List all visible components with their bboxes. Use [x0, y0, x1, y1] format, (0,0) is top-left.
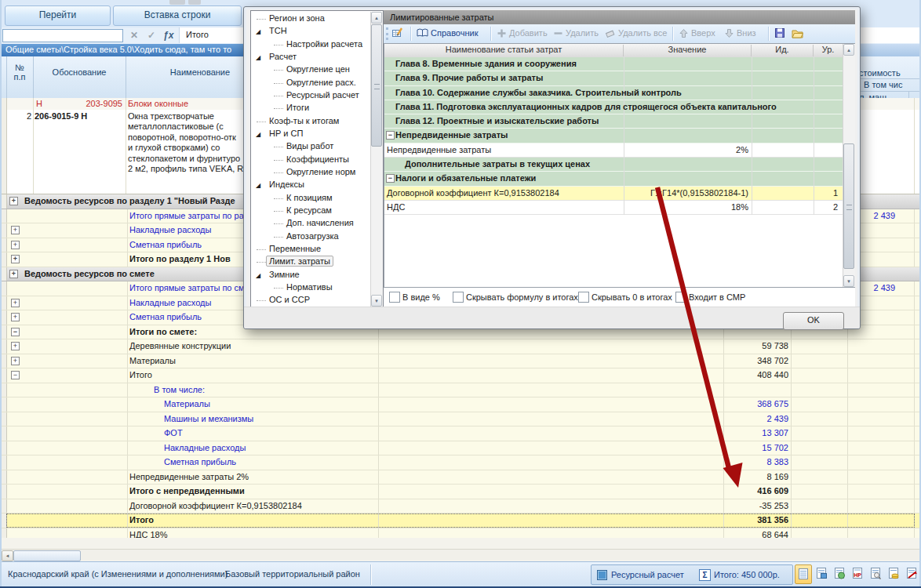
tree-item[interactable]: ◢ ТСН	[252, 25, 369, 38]
table-row[interactable]: + Материалы 348 702	[0, 354, 921, 369]
hide-formula-checkbox[interactable]	[453, 292, 464, 303]
table-row[interactable]: + Деревянные конструкции 59 738	[0, 339, 921, 354]
table-row[interactable]: Глава 10. Содержание службы заказчика. С…	[384, 86, 843, 100]
tree-item[interactable]: Настройки расчета	[252, 38, 369, 51]
ok-button[interactable]: OK	[783, 312, 844, 330]
table-row[interactable]: Дополнительные затраты в текущих ценах	[384, 158, 843, 172]
tree-item[interactable]: ОС и ССР	[252, 294, 369, 306]
tree-scrollbar[interactable]: ▲ ▼	[370, 12, 383, 307]
function-icon[interactable]: ƒx	[163, 30, 173, 41]
tree-item[interactable]: Ресурсный расчет	[252, 89, 369, 102]
tree-item[interactable]: Автозагрузка	[252, 230, 369, 243]
tree-expanded-icon[interactable]: ◢	[256, 182, 260, 189]
table-row[interactable]: Договорной коэффициент К=0,9153802184 -3…	[0, 499, 921, 514]
view-cost-icon[interactable]	[885, 564, 902, 584]
tree-item[interactable]: Лимит. затраты	[252, 256, 369, 268]
move-up-button[interactable]: Вверх	[679, 26, 715, 41]
table-row[interactable]: Машины и механизмы 2 439	[0, 412, 921, 427]
table-row[interactable]: Договорной коэффициент К=0,9153802184 Г1…	[384, 187, 843, 201]
tree-item[interactable]: Переменные	[252, 243, 369, 256]
tree-item[interactable]: ◢ Зимние	[252, 269, 369, 281]
view-time-icon[interactable]	[831, 564, 848, 584]
column-header-justification[interactable]: Обоснование	[33, 67, 126, 77]
table-row[interactable]: − Непредвиденные затраты	[384, 129, 843, 143]
scroll-left-icon[interactable]: ◂	[2, 550, 13, 561]
expander-icon[interactable]: +	[11, 226, 20, 234]
table-row[interactable]: Глава 12. Проектные и изыскательские раб…	[384, 114, 843, 129]
scrollbar-thumb[interactable]	[843, 143, 854, 269]
view-search-icon[interactable]	[867, 564, 884, 584]
table-row[interactable]: Материалы 368 675	[0, 397, 921, 412]
table-row[interactable]: Итого с непредвиденными 416 609	[0, 485, 921, 499]
tree-item[interactable]: К позициям	[252, 192, 369, 205]
expander-icon[interactable]: −	[386, 174, 395, 183]
scroll-down-icon[interactable]: ▼	[371, 295, 382, 307]
tree-item[interactable]: Коэффициенты	[252, 154, 369, 166]
tree-expanded-icon[interactable]: ◢	[256, 272, 260, 279]
table-row[interactable]: Глава 8. Временные здания и сооружения	[384, 57, 843, 71]
table-row[interactable]: Накладные расходы 15 702	[0, 441, 921, 456]
scrollbar-thumb[interactable]	[13, 550, 81, 561]
status-mode[interactable]: Ресурсный расчет	[611, 570, 684, 579]
tree-item[interactable]: ◢ НР и СП	[252, 128, 369, 140]
table-row[interactable]: Глава 11. Подготовка эксплуатационных ка…	[384, 100, 843, 114]
table-row[interactable]: В том числе:	[0, 383, 921, 398]
expander-icon[interactable]: +	[11, 241, 20, 249]
open-folder-icon[interactable]	[792, 26, 806, 41]
table-row[interactable]: − Налоги и обязательные платежи	[384, 172, 843, 186]
tree-item[interactable]: Округление норм	[252, 166, 369, 179]
tree-expanded-icon[interactable]: ◢	[256, 54, 260, 61]
scroll-down-icon[interactable]: ▼	[843, 275, 854, 287]
tree-item[interactable]: Округление цен	[252, 64, 369, 76]
table-row[interactable]: − Итого 408 440	[0, 368, 921, 383]
expander-icon[interactable]: −	[386, 131, 395, 140]
add-button[interactable]: Добавить	[497, 26, 548, 41]
insert-row-button[interactable]: Вставка строки	[113, 5, 242, 26]
tree-item[interactable]: Нормативы	[252, 281, 369, 294]
column-header-value[interactable]: Значение	[624, 45, 752, 56]
column-header-num[interactable]: № п.п	[6, 63, 33, 82]
expander-icon[interactable]: +	[11, 313, 20, 321]
view-resources-icon[interactable]	[813, 564, 830, 584]
table-row[interactable]: Сметная прибыль 8 383	[0, 456, 921, 470]
table-row[interactable]: НДС 18% 68 644	[0, 528, 921, 539]
tree-item[interactable]: Регион и зона	[252, 13, 369, 25]
tree-item[interactable]: ◢ Индексы	[252, 179, 369, 191]
scroll-up-icon[interactable]: ▲	[371, 12, 382, 24]
tree-item[interactable]: Округление расх.	[252, 77, 369, 89]
expander-icon[interactable]: +	[9, 270, 18, 278]
edit-table-icon[interactable]	[391, 26, 406, 41]
column-header-cost-name[interactable]: Наименование статьи затрат	[384, 45, 624, 56]
include-smr-checkbox[interactable]	[675, 292, 686, 303]
expander-icon[interactable]: +	[9, 197, 18, 205]
tree-item[interactable]: ◢ Расчет	[252, 51, 369, 64]
table-row[interactable]: ФОТ 13 307	[0, 426, 921, 441]
view-chart-icon[interactable]	[903, 564, 920, 584]
expander-icon[interactable]: −	[11, 328, 20, 336]
tree-item[interactable]: Доп. начисления	[252, 217, 369, 230]
delete-all-button[interactable]: Удалить все	[605, 26, 667, 41]
column-header-level[interactable]: Ур.	[814, 45, 843, 56]
expander-icon[interactable]: +	[11, 357, 20, 365]
percent-checkbox[interactable]	[389, 292, 400, 303]
table-row[interactable]: Итого 381 356	[0, 514, 921, 528]
delete-button[interactable]: Удалить	[553, 26, 599, 41]
view-grid-icon[interactable]	[795, 564, 812, 584]
reference-button[interactable]: Справочник	[417, 26, 479, 41]
tree-item[interactable]: К ресурсам	[252, 205, 369, 217]
expander-icon[interactable]: +	[11, 255, 20, 263]
table-row[interactable]: НДС 18% 2	[384, 201, 843, 215]
tree-expanded-icon[interactable]: ◢	[256, 131, 260, 138]
table-row[interactable]: Непредвиденные затраты 2% 8 169	[0, 470, 921, 485]
horizontal-scrollbar[interactable]: ◂	[0, 549, 921, 561]
expander-icon[interactable]: +	[11, 342, 20, 350]
save-icon[interactable]	[774, 26, 788, 41]
hide-zero-checkbox[interactable]	[578, 292, 589, 303]
tree-item[interactable]: Коэф-ты к итогам	[252, 115, 369, 128]
tree-item[interactable]: Итоги	[252, 102, 369, 114]
column-header-including[interactable]: В том чис	[864, 80, 902, 89]
table-row[interactable]: Глава 9. Прочие работы и затраты	[384, 71, 843, 85]
move-down-button[interactable]: Вниз	[724, 26, 756, 41]
scroll-up-icon[interactable]: ▲	[843, 44, 854, 56]
column-header-id[interactable]: Ид.	[752, 45, 814, 56]
